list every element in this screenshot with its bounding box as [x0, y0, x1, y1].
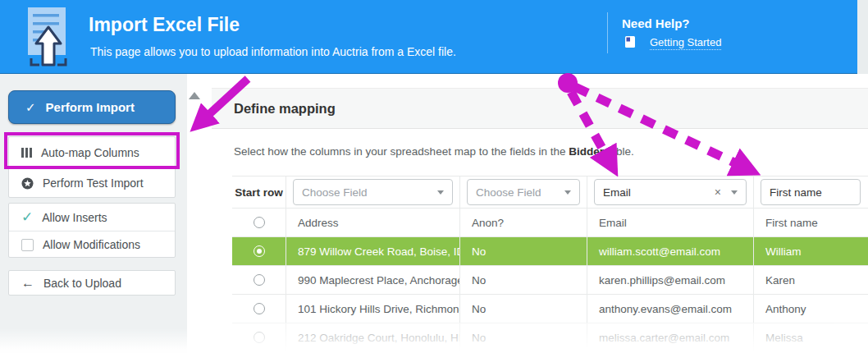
automap-columns-button[interactable]: Auto-map Columns: [9, 137, 175, 167]
chevron-down-icon: [731, 190, 738, 195]
sidebar: ✓ Perform Import Auto-map Columns Perfor…: [0, 74, 187, 353]
getting-started-link[interactable]: Getting Started: [650, 36, 721, 50]
mapping-actions-card: Auto-map Columns Perform Test Import: [8, 136, 176, 198]
table-row-selected: 879 Willow Creek Road, Boise, ID 83701 N…: [232, 236, 868, 265]
panel-title: Define mapping: [212, 88, 868, 129]
star-circle-icon: [21, 177, 34, 190]
perform-test-import-label: Perform Test Import: [43, 176, 144, 190]
allow-modifications-toggle[interactable]: Allow Modifications: [9, 232, 175, 258]
back-to-upload-label: Back to Upload: [43, 277, 121, 290]
perform-test-import-button[interactable]: Perform Test Import: [9, 168, 175, 198]
options-card: ✓ Allow Inserts Allow Modifications: [8, 203, 176, 258]
table-row: 212 Oakridge Court, Honolulu, HI 96813 N…: [232, 323, 868, 351]
document-upload-icon: [18, 6, 71, 71]
table-row: 990 Maplecrest Place, Anchorage, AK ... …: [232, 265, 868, 294]
start-row-radio[interactable]: [254, 303, 265, 314]
mapping-table: Start row Choose Field Choose Field Emai…: [232, 176, 868, 351]
table-name: Bidder: [569, 145, 604, 158]
perform-import-button[interactable]: ✓ Perform Import: [8, 90, 176, 124]
field-select-email[interactable]: Email ×: [594, 179, 747, 205]
back-to-upload-button[interactable]: ← Back to Upload: [9, 271, 175, 295]
mapping-instruction: Select how the columns in your spreadshe…: [234, 145, 634, 158]
header-right-strip: [857, 0, 868, 74]
allow-inserts-toggle[interactable]: ✓ Allow Inserts: [9, 204, 175, 231]
table-row: Address Anon? Email First name: [232, 208, 868, 236]
check-icon: ✓: [25, 100, 36, 115]
allow-inserts-label: Allow Inserts: [42, 211, 107, 224]
chevron-down-icon: [437, 190, 444, 195]
start-row-radio[interactable]: [254, 217, 265, 228]
define-mapping-panel: Define mapping Select how the columns in…: [212, 74, 868, 353]
checkmark-icon: ✓: [21, 209, 33, 226]
book-icon: [624, 36, 636, 51]
start-row-radio-selected[interactable]: [254, 245, 265, 257]
field-select-1[interactable]: Choose Field: [293, 179, 453, 205]
import-excel-page: Import Excel File This page allows you t…: [0, 0, 868, 353]
start-row-radio[interactable]: [254, 332, 265, 343]
columns-icon: [21, 148, 32, 158]
field-select-firstname[interactable]: First name: [761, 179, 861, 205]
field-select-2[interactable]: Choose Field: [467, 179, 580, 205]
page-subtitle: This page allows you to upload informati…: [90, 45, 456, 58]
field-mapping-row: Start row Choose Field Choose Field Emai…: [232, 176, 868, 208]
left-arrow-icon: ←: [21, 276, 34, 291]
empty-checkbox-icon: [21, 239, 34, 251]
page-title: Import Excel File: [89, 14, 240, 36]
start-row-radio[interactable]: [254, 274, 265, 286]
chevron-down-icon: [564, 190, 571, 195]
automap-columns-label: Auto-map Columns: [41, 146, 139, 159]
clear-selection-icon[interactable]: ×: [715, 186, 721, 199]
allow-modifications-label: Allow Modifications: [43, 238, 140, 251]
scroll-up-indicator[interactable]: [189, 92, 200, 99]
page-header: Import Excel File This page allows you t…: [0, 0, 857, 74]
table-row: 101 Hickory Hills Drive, Richmond, VA ..…: [232, 294, 868, 323]
need-help-heading: Need Help?: [622, 16, 690, 30]
back-card: ← Back to Upload: [8, 270, 176, 296]
start-row-label: Start row: [232, 176, 286, 208]
header-divider: [607, 12, 608, 53]
perform-import-label: Perform Import: [46, 100, 135, 114]
